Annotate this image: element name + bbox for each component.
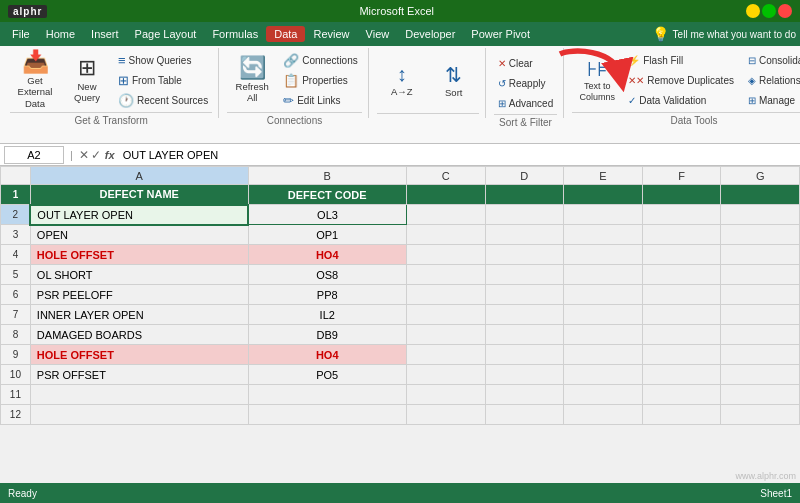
menu-file[interactable]: File [4,26,38,42]
cell-a1[interactable]: DEFECT NAME [30,185,248,205]
cell-a12[interactable] [30,405,248,425]
row-number: 8 [1,325,31,345]
consolidate-button[interactable]: ⊟ Consolidate [744,51,800,69]
cell-a5[interactable]: OL SHORT [30,265,248,285]
new-query-button[interactable]: ⊞ New Query [62,50,112,110]
cell-a10[interactable]: PSR OFFSET [30,365,248,385]
column-header-f[interactable]: F [642,167,721,185]
manage-button[interactable]: ⊞ Manage [744,91,800,109]
cell-g4 [721,245,800,265]
clear-button[interactable]: ✕ Clear [494,54,557,72]
cell-d11 [485,385,564,405]
cell-e7 [564,305,643,325]
menu-page-layout[interactable]: Page Layout [127,26,205,42]
connections-button[interactable]: 🔗 Connections [279,51,362,69]
cell-e9 [564,345,643,365]
cell-d12 [485,405,564,425]
cancel-formula-icon[interactable]: ✕ [79,148,89,162]
column-header-g[interactable]: G [721,167,800,185]
cell-reference-box[interactable] [4,146,64,164]
cell-a3[interactable]: OPEN [30,225,248,245]
table-row: 12 [1,405,800,425]
cell-e3 [564,225,643,245]
text-to-columns-button[interactable]: ⊦⊧ Text to Columns [572,50,622,110]
cell-g11 [721,385,800,405]
cell-b4[interactable]: HO4 [248,245,406,265]
cell-b2[interactable]: OL3 [248,205,406,225]
table-row: 10 PSR OFFSET PO5 [1,365,800,385]
cell-e12 [564,405,643,425]
cell-f11 [642,385,721,405]
advanced-button[interactable]: ⊞ Advanced [494,94,557,112]
cell-a11[interactable] [30,385,248,405]
maximize-button[interactable] [762,4,776,18]
cell-e6 [564,285,643,305]
tell-me-box[interactable]: Tell me what you want to do [673,29,796,40]
properties-button[interactable]: 📋 Properties [279,71,362,89]
table-row: 7 INNER LAYER OPEN IL2 [1,305,800,325]
cell-a9[interactable]: HOLE OFFSET [30,345,248,365]
relations-button[interactable]: ◈ Relations [744,71,800,89]
cell-b1[interactable]: DEFECT CODE [248,185,406,205]
from-table-button[interactable]: ⊞ From Table [114,71,212,89]
cell-a2[interactable]: OUT LAYER OPEN [30,205,248,225]
sort-button[interactable]: ⇅ Sort [429,50,479,110]
menu-view[interactable]: View [358,26,398,42]
cell-b7[interactable]: IL2 [248,305,406,325]
row-number: 5 [1,265,31,285]
cell-b11 [248,385,406,405]
edit-links-button[interactable]: ✏ Edit Links [279,91,362,109]
cell-d5 [485,265,564,285]
cell-b5[interactable]: OS8 [248,265,406,285]
refresh-all-button[interactable]: 🔄 Refresh All [227,50,277,110]
column-header-a[interactable]: A [30,167,248,185]
menu-power-pivot[interactable]: Power Pivot [463,26,538,42]
cell-d6 [485,285,564,305]
get-external-data-button[interactable]: 📥 Get External Data [10,50,60,110]
cell-f1 [642,185,721,205]
menu-insert[interactable]: Insert [83,26,127,42]
sort-filter-label: Sort & Filter [494,114,557,128]
flash-fill-button[interactable]: ⚡ Flash Fill [624,51,738,69]
row-number: 12 [1,405,31,425]
sheet-name[interactable]: Sheet1 [760,488,792,499]
cell-g9 [721,345,800,365]
corner-cell [1,167,31,185]
reapply-button[interactable]: ↺ Reapply [494,74,557,92]
sort-az-button[interactable]: ↕ A→Z [377,50,427,110]
cell-e10 [564,365,643,385]
recent-sources-button[interactable]: 🕐 Recent Sources [114,91,212,109]
table-row: 4 HOLE OFFSET HO4 [1,245,800,265]
menu-home[interactable]: Home [38,26,83,42]
cell-b6[interactable]: PP8 [248,285,406,305]
cell-b9[interactable]: HO4 [248,345,406,365]
cell-b10[interactable]: PO5 [248,365,406,385]
formula-input[interactable] [119,146,796,164]
cell-a4[interactable]: HOLE OFFSET [30,245,248,265]
confirm-formula-icon[interactable]: ✓ [91,148,101,162]
cell-d3 [485,225,564,245]
column-header-d[interactable]: D [485,167,564,185]
cell-g8 [721,325,800,345]
close-button[interactable] [778,4,792,18]
data-validation-button[interactable]: ✓ Data Validation [624,91,738,109]
cell-a6[interactable]: PSR PEELOFF [30,285,248,305]
row-number: 4 [1,245,31,265]
minimize-button[interactable] [746,4,760,18]
cell-a8[interactable]: DAMAGED BOARDS [30,325,248,345]
cell-f12 [642,405,721,425]
cell-f4 [642,245,721,265]
menu-review[interactable]: Review [305,26,357,42]
menu-developer[interactable]: Developer [397,26,463,42]
cell-e5 [564,265,643,285]
show-queries-button[interactable]: ≡ Show Queries [114,51,212,69]
cell-a7[interactable]: INNER LAYER OPEN [30,305,248,325]
cell-b3[interactable]: OP1 [248,225,406,245]
cell-b8[interactable]: DB9 [248,325,406,345]
column-header-e[interactable]: E [564,167,643,185]
column-header-b[interactable]: B [248,167,406,185]
menu-formulas[interactable]: Formulas [204,26,266,42]
menu-data[interactable]: Data [266,26,305,42]
column-header-c[interactable]: C [406,167,485,185]
remove-duplicates-button[interactable]: ✕✕ Remove Duplicates [624,71,738,89]
